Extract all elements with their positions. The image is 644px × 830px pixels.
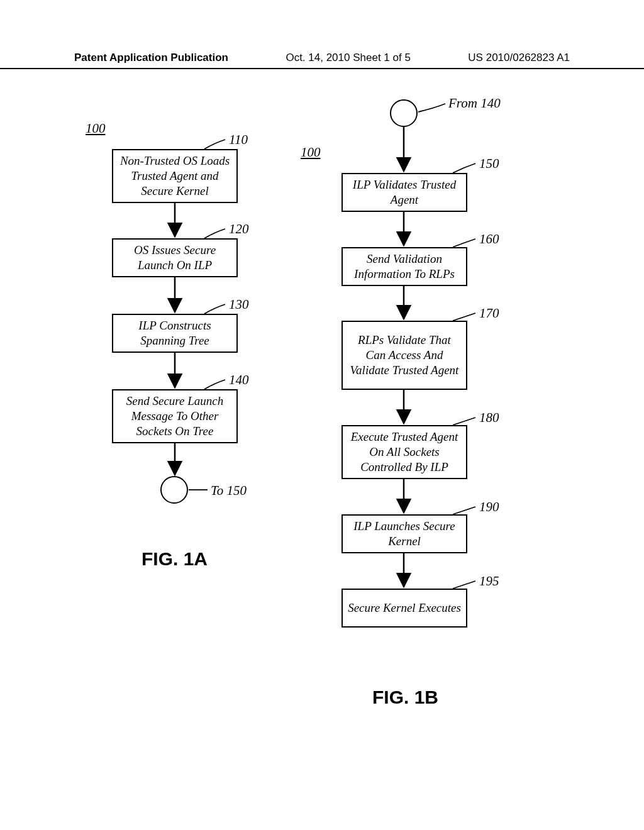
fig1a-reference-100: 100 [86,121,106,136]
fig1b-connector-circle [390,99,418,127]
step-195-box: Secure Kernel Executes [341,589,467,628]
step-120-num: 120 [229,221,249,237]
step-190-box: ILP Launches Secure Kernel [341,514,467,553]
step-120-text: OS Issues Secure Launch On ILP [118,243,231,273]
step-130-text: ILP Constructs Spanning Tree [118,318,231,348]
fig1a-connector-circle [160,476,188,504]
step-110-num: 110 [229,132,248,148]
step-180-box: Execute Trusted Agent On All Sockets Con… [341,425,467,479]
header-patent-id: US 2010/0262823 A1 [468,52,570,64]
step-150-text: ILP Validates Trusted Agent [348,177,461,208]
fig1a-connector-to-label: To 150 [211,483,247,499]
step-160-num: 160 [479,231,499,247]
fig1b-caption: FIG. 1B [372,687,438,708]
step-190-text: ILP Launches Secure Kernel [348,519,461,549]
header-date-sheet: Oct. 14, 2010 Sheet 1 of 5 [286,52,410,64]
step-180-text: Execute Trusted Agent On All Sockets Con… [348,429,461,474]
page-header: Patent Application Publication Oct. 14, … [0,52,644,69]
step-150-box: ILP Validates Trusted Agent [341,173,467,212]
step-180-num: 180 [479,410,499,426]
step-170-num: 170 [479,306,499,321]
step-170-text: RLPs Validate That Can Access And Valida… [348,333,461,377]
step-160-text: Send Validation Information To RLPs [348,252,461,282]
step-140-text: Send Secure Launch Message To Other Sock… [118,394,231,438]
step-195-num: 195 [479,573,499,589]
header-publication: Patent Application Publication [74,52,228,64]
fig1a-caption: FIG. 1A [142,548,208,570]
step-190-num: 190 [479,499,499,515]
step-160-box: Send Validation Information To RLPs [341,247,467,286]
fig1b-reference-100: 100 [301,145,321,160]
fig1b-connector-from-label: From 140 [448,96,501,111]
step-130-box: ILP Constructs Spanning Tree [112,314,238,353]
step-140-num: 140 [229,372,249,388]
step-130-num: 130 [229,297,249,313]
step-120-box: OS Issues Secure Launch On ILP [112,238,238,277]
step-195-text: Secure Kernel Executes [348,600,461,616]
page: Patent Application Publication Oct. 14, … [0,0,644,830]
step-170-box: RLPs Validate That Can Access And Valida… [341,321,467,390]
step-110-box: Non-Trusted OS Loads Trusted Agent and S… [112,149,238,203]
step-140-box: Send Secure Launch Message To Other Sock… [112,389,238,443]
step-150-num: 150 [479,156,499,172]
step-110-text: Non-Trusted OS Loads Trusted Agent and S… [118,153,231,198]
